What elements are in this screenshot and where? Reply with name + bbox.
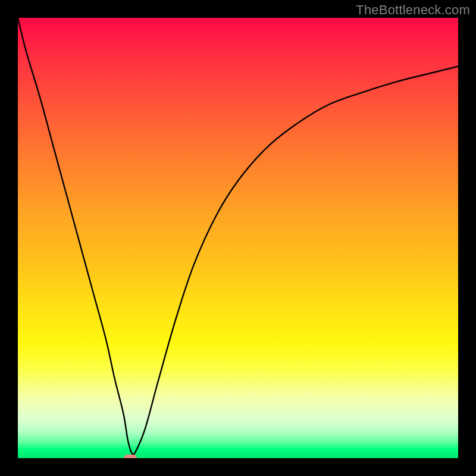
chart-frame: TheBottleneck.com (0, 0, 476, 476)
optimum-marker (124, 455, 137, 458)
curve-layer (18, 18, 458, 458)
watermark-text: TheBottleneck.com (356, 2, 470, 18)
plot-area (18, 18, 458, 458)
bottleneck-curve (18, 18, 458, 455)
